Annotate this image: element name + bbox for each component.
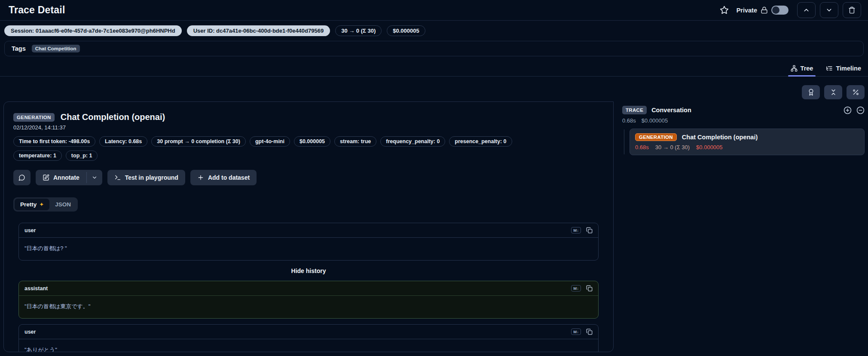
award-icon	[807, 89, 815, 96]
message-content: "日本の首都は? "	[19, 238, 598, 260]
token-usage-pill: 30 → 0 (Σ 30)	[335, 25, 382, 36]
plus-icon	[197, 174, 204, 181]
trace-title: Conversation	[651, 107, 691, 114]
observation-metrics: Time to first token: -498.00s Latency: 0…	[13, 136, 555, 161]
tab-tree[interactable]: Tree	[790, 62, 814, 76]
chevron-down-icon	[92, 175, 98, 181]
cost-pill: $0.000005	[387, 25, 425, 36]
message-history: user M↓ "日本の首都は? " Hide history assistan…	[13, 223, 604, 352]
chevron-up-icon	[803, 6, 810, 14]
markdown-toggle-icon[interactable]: M↓	[571, 285, 581, 292]
page-title: Trace Detail	[9, 4, 65, 16]
next-trace-button[interactable]	[820, 2, 838, 18]
tab-timeline-label: Timeline	[836, 65, 861, 72]
copy-icon[interactable]	[586, 285, 593, 292]
tags-box[interactable]: Tags Chat Competition	[4, 41, 864, 56]
generation-type-badge: GENERATION	[635, 133, 677, 141]
tab-tree-label: Tree	[801, 65, 813, 72]
metric-pill: 30 prompt → 0 completion (Σ 30)	[151, 136, 246, 147]
hide-history-button[interactable]: Hide history	[18, 267, 599, 274]
chevron-down-icon	[825, 6, 833, 14]
generation-node-metrics: 0.68s 30 → 0 (Σ 30) $0.000005	[635, 144, 859, 150]
view-tabs: Tree Timeline	[0, 58, 868, 77]
privacy-control: Private	[737, 6, 789, 15]
add-to-dataset-button[interactable]: Add to dataset	[190, 170, 257, 185]
test-in-playground-button[interactable]: Test in playground	[107, 170, 185, 185]
scores-toggle-button[interactable]	[802, 85, 820, 99]
observation-detail-card: Preview Scores GENERATION Chat Completio…	[3, 101, 614, 352]
observation-type-badge: GENERATION	[13, 113, 55, 122]
annotate-dropdown-button[interactable]	[87, 170, 102, 185]
message-user-2: user M↓ "ありがとう"	[18, 324, 599, 352]
copy-icon[interactable]	[586, 227, 593, 233]
metric-pill: presence_penalty: 0	[449, 136, 512, 147]
annotate-split-button: Annotate	[36, 170, 102, 185]
playground-label: Test in playground	[125, 174, 178, 181]
sparkles-icon: ✦	[39, 202, 44, 207]
message-role: assistant	[24, 285, 48, 292]
prev-trace-button[interactable]	[797, 2, 816, 18]
tags-label: Tags	[12, 45, 26, 52]
annotate-label: Annotate	[53, 174, 79, 181]
message-role: user	[24, 329, 36, 335]
add-to-dataset-label: Add to dataset	[208, 174, 250, 181]
trace-meta-row: Session: 01aaacf6-e0fe-457d-a7de-7c1ee08…	[0, 21, 868, 40]
generation-node-title: Chat Completion (openai)	[682, 134, 758, 141]
delete-trace-button[interactable]	[843, 2, 861, 18]
metric-pill: temperature: 1	[13, 150, 62, 161]
metric-pill: gpt-4o-mini	[250, 136, 290, 147]
panel-tabs: Preview Scores	[538, 101, 614, 102]
message-content: "ありがとう"	[19, 339, 598, 352]
copy-icon[interactable]	[586, 328, 593, 335]
chat-bubble-icon	[18, 174, 25, 181]
page-header: Trace Detail Private	[0, 0, 868, 21]
percent-icon	[852, 89, 859, 96]
metric-pill: $0.000005	[294, 136, 330, 147]
annotate-button[interactable]: Annotate	[36, 170, 86, 185]
trace-metrics: 0.68s $0.000005	[622, 117, 865, 124]
tree-icon	[791, 65, 798, 72]
observation-title: Chat Completion (openai)	[61, 112, 165, 122]
pretty-label: Pretty	[20, 201, 37, 208]
node-cost: $0.000005	[696, 144, 722, 150]
pen-square-icon	[43, 174, 49, 181]
metrics-toggle-button[interactable]	[847, 85, 865, 99]
collapse-all-button[interactable]	[824, 85, 842, 99]
node-latency: 0.68s	[635, 144, 649, 150]
tag-chip[interactable]: Chat Competition	[32, 45, 80, 52]
metric-pill: top_p: 1	[66, 150, 98, 161]
trace-type-badge: TRACE	[622, 106, 647, 114]
observation-timestamp: 02/12/2024, 14:11:37	[13, 124, 604, 131]
toggle-knob	[772, 6, 779, 14]
message-user-1: user M↓ "日本の首都は? "	[18, 223, 599, 261]
timeline-icon	[826, 65, 833, 72]
collapse-all-icon[interactable]	[856, 106, 865, 114]
node-tokens: 30 → 0 (Σ 30)	[655, 144, 690, 150]
session-badge[interactable]: Session: 01aaacf6-e0fe-457d-a7de-7c1ee08…	[4, 25, 182, 36]
trace-latency: 0.68s	[622, 117, 636, 124]
format-json-segment[interactable]: JSON	[49, 199, 76, 210]
bookmark-star-icon[interactable]	[720, 6, 729, 15]
metric-pill: stream: true	[334, 136, 376, 147]
message-content: "日本の首都は東京です。"	[19, 296, 598, 318]
trace-root-row[interactable]: TRACE Conversation	[622, 106, 865, 114]
user-id-badge[interactable]: User ID: dc47a41e-06bc-400d-bde1-f0e440d…	[187, 25, 330, 36]
expand-all-icon[interactable]	[844, 106, 852, 114]
message-assistant: assistant M↓ "日本の首都は東京です。"	[18, 281, 599, 319]
comment-button[interactable]	[13, 170, 31, 185]
markdown-toggle-icon[interactable]: M↓	[571, 328, 581, 335]
lock-icon	[761, 6, 768, 14]
trace-tree-panel: TRACE Conversation 0.68s $0.000005 GENER…	[622, 85, 865, 155]
public-toggle[interactable]	[771, 6, 789, 15]
markdown-toggle-icon[interactable]: M↓	[571, 227, 581, 233]
terminal-icon	[114, 174, 121, 181]
metric-pill: frequency_penalty: 0	[380, 136, 445, 147]
trash-icon	[848, 6, 856, 14]
tree-node-generation[interactable]: GENERATION Chat Completion (openai) 0.68…	[630, 129, 865, 155]
trace-cost: $0.000005	[642, 117, 668, 124]
tab-timeline[interactable]: Timeline	[825, 62, 862, 76]
format-pretty-segment[interactable]: Pretty ✦	[15, 199, 49, 210]
metric-pill: Latency: 0.68s	[99, 136, 147, 147]
chevrons-collapse-icon	[830, 89, 837, 96]
metric-pill: Time to first token: -498.00s	[13, 136, 95, 147]
